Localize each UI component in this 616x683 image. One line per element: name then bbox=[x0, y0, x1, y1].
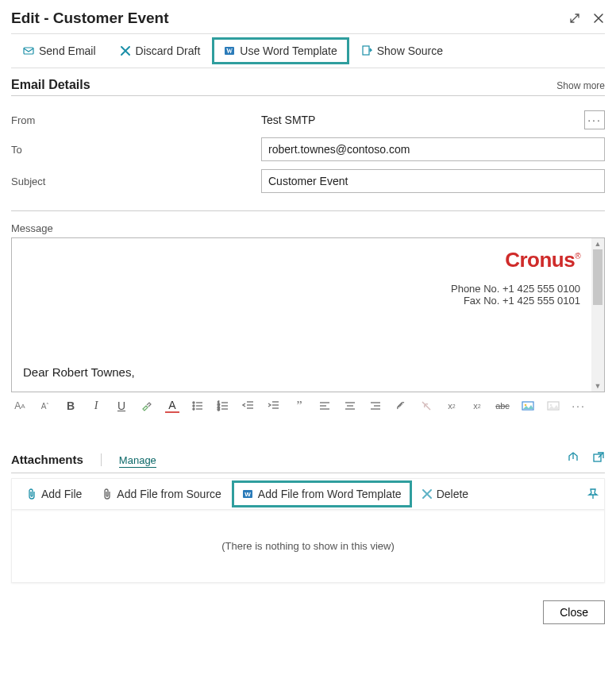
delete-button[interactable]: Delete bbox=[412, 480, 479, 507]
empty-text: (There is nothing to show in this view) bbox=[221, 540, 394, 552]
attach-icon bbox=[27, 488, 37, 500]
scroll-up-icon[interactable]: ▲ bbox=[593, 238, 603, 249]
show-source-icon bbox=[361, 45, 372, 56]
subscript-button[interactable]: x2 bbox=[470, 399, 484, 413]
svg-rect-35 bbox=[594, 454, 601, 461]
svg-text:W: W bbox=[226, 48, 233, 55]
highlight-button[interactable] bbox=[140, 399, 154, 413]
align-center-button[interactable] bbox=[343, 399, 357, 413]
to-input[interactable] bbox=[261, 137, 605, 161]
scroll-thumb[interactable] bbox=[593, 249, 603, 305]
svg-rect-3 bbox=[363, 46, 369, 55]
discard-icon bbox=[120, 45, 131, 56]
contact-block: Phone No. +1 425 555 0100 Fax No. +1 425… bbox=[451, 283, 580, 307]
font-size-increase-icon[interactable]: AA bbox=[13, 399, 27, 413]
rte-toolbar: AA A˄ B I U A 123 ” bbox=[11, 392, 605, 419]
font-color-button[interactable]: A bbox=[165, 399, 179, 413]
use-word-template-label: Use Word Template bbox=[240, 44, 337, 57]
superscript-button[interactable]: x2 bbox=[445, 399, 459, 413]
svg-point-32 bbox=[525, 404, 527, 407]
attachments-title: Attachments bbox=[11, 453, 83, 466]
phone-line: Phone No. +1 425 555 0100 bbox=[451, 283, 580, 295]
align-right-button[interactable] bbox=[368, 399, 383, 413]
number-list-button[interactable]: 123 bbox=[216, 399, 230, 413]
subject-label: Subject bbox=[11, 176, 261, 187]
close-icon[interactable] bbox=[592, 12, 605, 25]
align-left-button[interactable] bbox=[318, 399, 332, 413]
bullet-list-button[interactable] bbox=[191, 399, 205, 413]
action-toolbar: Send Email Discard Draft W Use Word Temp… bbox=[11, 33, 605, 68]
add-file-word-template-label: Add File from Word Template bbox=[258, 488, 402, 500]
outdent-button[interactable] bbox=[241, 399, 256, 413]
svg-text:3: 3 bbox=[218, 407, 220, 411]
svg-point-4 bbox=[193, 402, 194, 403]
more-options-button[interactable]: ··· bbox=[572, 399, 586, 413]
strikethrough-button[interactable]: abc bbox=[495, 399, 510, 413]
indent-button[interactable] bbox=[267, 399, 281, 413]
manage-link[interactable]: Manage bbox=[119, 454, 156, 468]
svg-text:W: W bbox=[244, 491, 251, 498]
bold-button[interactable]: B bbox=[64, 399, 78, 413]
delete-label: Delete bbox=[437, 488, 468, 500]
close-button[interactable]: Close bbox=[543, 600, 605, 624]
attachments-toolbar: Add File Add File from Source W Add File… bbox=[11, 478, 605, 510]
divider bbox=[11, 210, 605, 211]
word-template-icon: W bbox=[224, 45, 235, 56]
svg-rect-0 bbox=[24, 48, 33, 54]
discard-draft-button[interactable]: Discard Draft bbox=[108, 37, 213, 64]
font-size-decrease-icon[interactable]: A˄ bbox=[38, 399, 52, 413]
attach-icon bbox=[102, 488, 112, 500]
discard-draft-label: Discard Draft bbox=[136, 44, 201, 57]
from-label: From bbox=[11, 114, 261, 126]
message-scrollbar[interactable]: ▲ ▼ bbox=[591, 238, 604, 392]
fax-line: Fax No. +1 425 555 0101 bbox=[451, 295, 580, 307]
show-more-link[interactable]: Show more bbox=[556, 80, 605, 91]
insert-image-button[interactable] bbox=[521, 399, 535, 413]
svg-point-8 bbox=[193, 408, 194, 410]
send-email-label: Send Email bbox=[39, 44, 96, 57]
use-word-template-button[interactable]: W Use Word Template bbox=[212, 37, 348, 64]
scroll-down-icon[interactable]: ▼ bbox=[593, 380, 603, 392]
link-button[interactable] bbox=[394, 399, 408, 413]
attachments-empty: (There is nothing to show in this view) bbox=[11, 510, 605, 583]
from-value: Test SMTP bbox=[261, 114, 315, 126]
italic-button[interactable]: I bbox=[89, 399, 103, 413]
underline-button[interactable]: U bbox=[114, 399, 129, 413]
send-email-icon bbox=[23, 45, 34, 56]
delete-icon bbox=[422, 489, 432, 499]
share-icon[interactable] bbox=[567, 451, 579, 464]
add-file-from-source-button[interactable]: Add File from Source bbox=[92, 480, 232, 507]
page-title: Edit - Customer Event bbox=[11, 10, 168, 27]
popout-icon[interactable] bbox=[592, 451, 605, 464]
section-title: Email Details bbox=[11, 78, 90, 92]
add-file-label: Add File bbox=[41, 488, 82, 500]
add-file-word-template-button[interactable]: W Add File from Word Template bbox=[232, 480, 412, 507]
subject-input[interactable] bbox=[261, 169, 605, 193]
add-file-button[interactable]: Add File bbox=[17, 480, 92, 507]
insert-image-disabled-icon[interactable] bbox=[546, 399, 560, 413]
message-label: Message bbox=[11, 222, 605, 234]
message-editor[interactable]: Cronus® Phone No. +1 425 555 0100 Fax No… bbox=[11, 237, 605, 392]
brand-logo: Cronus® bbox=[505, 248, 580, 272]
word-template-icon: W bbox=[242, 488, 253, 500]
svg-point-6 bbox=[193, 405, 194, 407]
divider bbox=[101, 453, 102, 466]
to-label: To bbox=[11, 144, 261, 156]
greeting-text: Dear Robert Townes, bbox=[23, 365, 135, 379]
add-file-from-source-label: Add File from Source bbox=[117, 488, 221, 500]
unlink-button[interactable] bbox=[419, 399, 433, 413]
from-more-button[interactable]: ··· bbox=[584, 110, 605, 129]
quote-button[interactable]: ” bbox=[292, 399, 306, 413]
expand-icon[interactable] bbox=[568, 12, 581, 25]
svg-point-34 bbox=[550, 404, 552, 407]
show-source-label: Show Source bbox=[377, 44, 443, 57]
send-email-button[interactable]: Send Email bbox=[11, 37, 108, 64]
show-source-button[interactable]: Show Source bbox=[349, 37, 455, 64]
pin-icon[interactable] bbox=[587, 488, 599, 500]
